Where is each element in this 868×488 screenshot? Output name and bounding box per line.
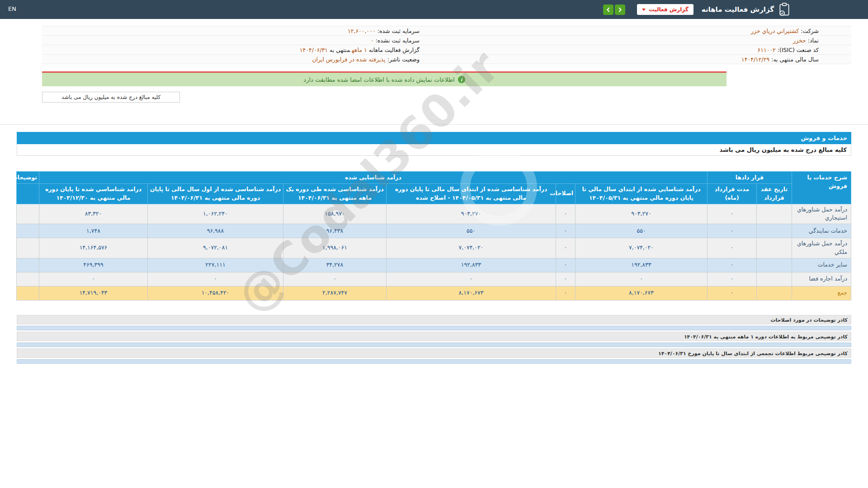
col-header-revenue-prev-year: درامد شناساسي شده تا پايان دوره مالي منت… (39, 184, 148, 204)
value-cell: ۰ (576, 272, 708, 286)
comment-input-strip (17, 359, 851, 364)
value-cell: ۰ (556, 286, 576, 300)
comment-input-strip (17, 343, 851, 347)
notes-cell (17, 224, 39, 238)
contract-date-cell (757, 238, 792, 258)
value-cell: ۱۵۸,۹۷۰ (283, 204, 387, 224)
isic-value: ۶۱۱۰۰۲ (758, 47, 776, 53)
info-icon: i (458, 76, 465, 83)
symbol-value: حخزر (793, 37, 806, 44)
comments-section: کادر توضیحات در مورد اصلاحات کادر توضیحی… (17, 315, 851, 364)
sum-label-cell: جمع (792, 286, 851, 300)
row-label-cell: درآمد حمل شناورهاي استيجاري (792, 204, 851, 224)
table-sum-row: جمع ۰ ۸,۱۷۰,۶۷۳ ۰ ۸,۱۷۰,۶۷۳ ۲,۲۸۷,۷۴۷ ۱۰… (17, 286, 851, 300)
notes-cell (17, 286, 39, 300)
col-header-revenue-ytd: درآمد شناساسی شده از اول سال مالی تا پای… (148, 184, 283, 204)
registered-capital-value: ۱۲,۶۰۰,۰۰۰ (348, 28, 376, 34)
clipboard-report-icon (778, 3, 790, 16)
info-row: کد صنعت (ISIC):۶۱۱۰۰۲ گزارش فعالیت ماهان… (42, 45, 851, 55)
col-header-contract-duration: مدت قرارداد (ماه) (708, 184, 757, 204)
info-row: شرکت:کشتيراني درياي خزر سرمایه ثبت شده:۱… (42, 26, 851, 36)
contract-duration-cell: ۰ (708, 272, 757, 286)
value-cell: ۰ (283, 272, 387, 286)
value-cell: ۹,۰۷۲,۰۸۱ (148, 238, 283, 258)
value-cell: ۰ (148, 272, 283, 286)
chevron-down-icon (642, 9, 646, 11)
contract-date-cell (757, 224, 792, 238)
fiscal-year-label: سال مالی منتهی به: (771, 56, 819, 63)
row-label-cell: خدمات نمايندگي (792, 224, 851, 238)
value-cell: ۱۴,۷۱۹,۰۴۳ (39, 286, 148, 300)
isic-label: کد صنعت (ISIC): (778, 47, 819, 53)
contract-date-cell (757, 272, 792, 286)
unregistered-capital-label: سرمایه ثبت نشده: (376, 37, 420, 44)
col-header-description: شرح خدمات یا فروش (792, 172, 851, 204)
value-cell: ۷,۰۷۴,۰۲۰ (387, 238, 556, 258)
col-header-notes-empty (17, 184, 39, 204)
chevron-right-icon (617, 7, 623, 13)
value-cell: ۹۰۳,۲۷۰ (387, 204, 556, 224)
value-cell: ۱,۹۹۸,۰۶۱ (283, 238, 387, 258)
value-cell: ۹۰۳,۲۷۰ (576, 204, 708, 224)
contract-duration-cell: ۰ (708, 204, 757, 224)
report-period-label: گزارش فعالیت ماهانه (369, 47, 420, 53)
contract-duration-cell: ۰ (708, 286, 757, 300)
value-cell: ۰ (387, 272, 556, 286)
info-row: نماد:حخزر سرمایه ثبت نشده:۰ (42, 36, 851, 45)
value-cell: ۰ (39, 272, 148, 286)
currency-unit-note: کلیه مبالغ درج شده به میلیون ریال می باش… (61, 94, 160, 100)
col-header-amendments: اصلاحات (556, 184, 576, 204)
contract-date-cell (757, 204, 792, 224)
section-unit-note: کلیه مبالغ درج شده به میلیون ریال می باش… (17, 144, 851, 156)
value-cell: ۰ (556, 238, 576, 258)
contract-duration-cell: ۰ (708, 258, 757, 272)
company-info-table: شرکت:کشتيراني درياي خزر سرمایه ثبت شده:۱… (42, 26, 851, 64)
issuer-status-label: وضعیت ناشر: (387, 56, 420, 63)
report-period-end-date: ۱۴۰۴/۰۶/۳۱ (300, 47, 328, 53)
signature-match-text: اطلاعات نمایش داده شده با اطلاعات امضا ش… (303, 76, 454, 83)
col-header-contract-date: تاریخ عقد قرارداد (757, 184, 792, 204)
value-cell: ۲,۲۸۷,۷۴۷ (283, 286, 387, 300)
value-cell: ۵۵۰ (387, 224, 556, 238)
notes-cell (17, 204, 39, 224)
table-row: درآمد اجاره فضا ۰ ۰ ۰ ۰ ۰ ۰ ۰ (17, 272, 851, 286)
next-report-button[interactable] (615, 5, 625, 15)
prev-report-button[interactable] (603, 5, 613, 15)
services-sales-table: شرح خدمات یا فروش قرار دادها درآمد شناسا… (16, 171, 851, 300)
contract-duration-cell: ۰ (708, 224, 757, 238)
col-header-revenue-one-month: درآمد شناساسی شده طی دوره یک ماهه منتهی … (283, 184, 387, 204)
signature-match-banner: i اطلاعات نمایش داده شده با اطلاعات امضا… (42, 71, 726, 86)
report-type-dropdown-label: گزارش فعالیت (649, 6, 688, 13)
row-label-cell: ساير خدمات (792, 258, 851, 272)
comment-label-monthly: کادر توضیحی مربوط به اطلاعات دوره ۱ ماهه… (17, 332, 851, 341)
value-cell: ۰ (556, 224, 576, 238)
contract-date-cell (757, 258, 792, 272)
notes-cell (17, 238, 39, 258)
col-header-revenue-to-1404-05-31: درآمد شناسايي شده از ابتداي سال مالي تا … (576, 184, 708, 204)
value-cell: ۱۹۲,۸۳۳ (576, 258, 708, 272)
comment-label-amendments: کادر توضیحات در مورد اصلاحات (17, 315, 851, 324)
value-cell: ۱۹۲,۸۳۳ (387, 258, 556, 272)
report-type-dropdown[interactable]: گزارش فعالیت (637, 4, 693, 15)
value-cell: ۹۶,۴۳۸ (283, 224, 387, 238)
value-cell: ۴۶۹,۳۹۹ (39, 258, 148, 272)
value-cell: ۸,۱۷۰,۶۷۳ (576, 286, 708, 300)
value-cell: ۱۰,۴۵۸,۴۲۰ (148, 286, 283, 300)
table-row: ساير خدمات ۰ ۱۹۲,۸۳۳ ۰ ۱۹۲,۸۳۳ ۳۴,۲۷۸ ۲۲… (17, 258, 851, 272)
value-cell: ۱۴,۱۶۴,۵۷۶ (39, 238, 148, 258)
page-title: گزارش فعالیت ماهانه (702, 5, 774, 14)
table-row: خدمات نمايندگي ۰ ۵۵۰ ۰ ۵۵۰ ۹۶,۴۳۸ ۹۶,۹۸۸… (17, 224, 851, 238)
table-group-header-row: شرح خدمات یا فروش قرار دادها درآمد شناسا… (17, 172, 851, 184)
spacer (42, 64, 851, 71)
value-cell: ۰ (556, 258, 576, 272)
value-cell: ۲۲۷,۱۱۱ (148, 258, 283, 272)
col-header-notes: توضیحات (17, 172, 39, 184)
table-header-row: تاریخ عقد قرارداد مدت قرارداد (ماه) درآم… (17, 184, 851, 204)
contract-date-cell (757, 286, 792, 300)
row-label-cell: درآمد اجاره فضا (792, 272, 851, 286)
contract-duration-cell: ۰ (708, 238, 757, 258)
language-link-en[interactable]: EN (8, 5, 16, 12)
value-cell: ۸۳,۳۲۰ (39, 204, 148, 224)
col-header-revenue-amended: درآمد شناساسی شده از ابتدای سال مالی تا … (387, 184, 556, 204)
company-value: کشتيراني درياي خزر (751, 28, 799, 34)
